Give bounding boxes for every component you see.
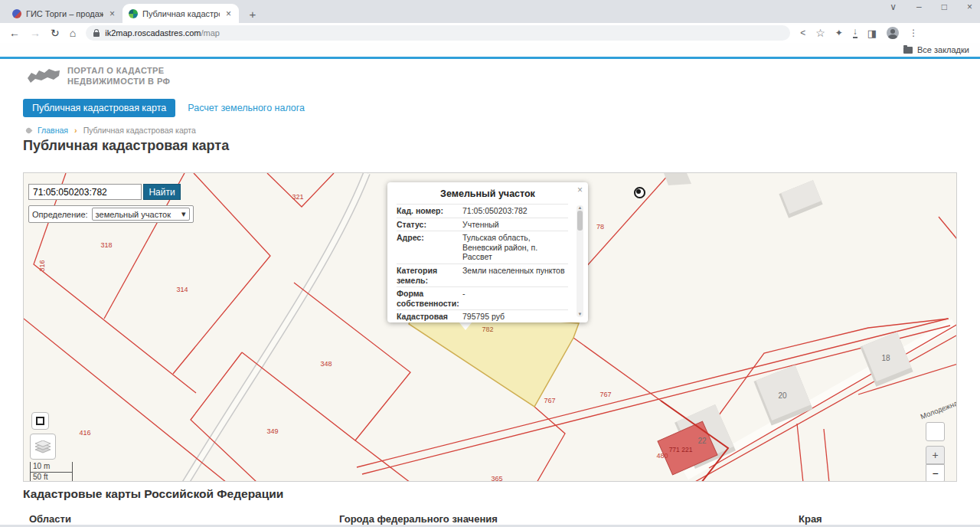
find-button[interactable]: Найти (143, 184, 181, 200)
map-label: 782 (482, 326, 493, 333)
share-icon[interactable]: < (800, 28, 805, 38)
url-text: ik2map.roscadastres.com/map (105, 28, 220, 38)
breadcrumb-separator: › (74, 126, 77, 135)
browser-toolbar: ← → ↻ ⌂ ik2map.roscadastres.com/map < ☆ … (0, 23, 980, 43)
popup-row: Категория земель:Земли населенных пункто… (397, 264, 568, 286)
row-value: Земли населенных пунктов (462, 266, 568, 285)
reload-icon[interactable]: ↻ (51, 28, 60, 38)
breadcrumb: Главная › Публичная кадастровая карта (26, 126, 196, 135)
address-bar[interactable]: ik2map.roscadastres.com/map (86, 25, 790, 41)
row-label: Категория земель: (397, 266, 462, 285)
map-label: 22 (697, 437, 706, 445)
popup-rows: Кад. номер:71:05:050203:782Статус:Учтенн… (387, 204, 588, 322)
scroll-up-icon[interactable]: ▲ (578, 205, 583, 210)
footer-column-header: Области (29, 513, 71, 525)
window-maximize-icon[interactable]: □ (942, 2, 947, 12)
row-value: - (462, 289, 568, 308)
site-logo-text: ПОРТАЛ О КАДАСТРЕ НЕДВИЖИМОСТИ В РФ (67, 66, 170, 87)
scale-feet: 50 ft (30, 473, 73, 482)
row-label: Форма собственности: (397, 289, 462, 308)
home-icon[interactable]: ⌂ (70, 28, 76, 38)
breadcrumb-current: Публичная кадастровая карта (83, 126, 196, 135)
back-icon[interactable]: ← (9, 28, 20, 38)
row-label: Адрес: (397, 233, 462, 262)
map-label: 316 (38, 260, 46, 271)
popup-row: Форма собственности:- (397, 286, 568, 309)
fullscreen-icon (36, 417, 44, 425)
window-menu-icon[interactable]: ∨ (890, 2, 897, 12)
browser-tab[interactable]: Публичная кадастровая ка× (122, 4, 239, 23)
locate-icon[interactable] (634, 187, 645, 198)
tab-title: ГИС Торги – продажи госуд (26, 9, 103, 18)
map-label: 78 (596, 223, 604, 231)
map-label: 314 (176, 286, 188, 293)
breadcrumb-home[interactable]: Главная (38, 126, 68, 135)
tab-public-cadastral-map[interactable]: Публичная кадастровая карта (23, 99, 175, 117)
main-nav: Публичная кадастровая карта Расчет земел… (23, 99, 305, 117)
layers-button[interactable] (30, 434, 56, 460)
window-controls: ∨ – □ × (890, 2, 972, 12)
map-label: 365 (491, 475, 502, 482)
map-label: 18 (881, 354, 890, 362)
site-logo[interactable]: ПОРТАЛ О КАДАСТРЕ НЕДВИЖИМОСТИ В РФ (26, 66, 170, 87)
russia-map-icon (26, 66, 61, 87)
tab-close-icon[interactable]: × (108, 8, 116, 19)
browser-tab-strip: ГИС Торги – продажи госуд×Публичная када… (0, 0, 980, 23)
downloads-icon[interactable]: ↓ (853, 28, 858, 38)
window-close-icon[interactable]: × (967, 2, 972, 12)
footer-column-header: Края (799, 513, 822, 525)
lock-icon (93, 32, 100, 37)
building-small-topright (779, 180, 822, 218)
parcel-info-popup: Земельный участок × Кад. номер:71:05:050… (387, 182, 588, 322)
map-label: 321 (292, 193, 303, 201)
popup-scrollbar[interactable]: ▲ ▼ (577, 205, 583, 317)
browser-tab[interactable]: ГИС Торги – продажи госуд× (6, 4, 122, 23)
tab-land-tax-calc[interactable]: Расчет земельного налога (188, 103, 305, 113)
scale-meters: 10 m (30, 462, 73, 473)
definition-select[interactable]: земельный участок ▾ (92, 208, 190, 221)
fullscreen-button[interactable] (31, 412, 49, 430)
tab-container: ГИС Торги – продажи госуд×Публичная када… (6, 4, 239, 23)
definition-label: Определение: (32, 210, 88, 219)
new-tab-button[interactable]: + (243, 5, 262, 23)
tab-title: Публичная кадастровая ка (142, 9, 220, 18)
scroll-thumb[interactable] (577, 211, 583, 231)
layers-icon (35, 440, 51, 453)
popup-close-icon[interactable]: × (577, 185, 583, 195)
accent-strip (0, 57, 980, 59)
forward-icon: → (30, 28, 41, 38)
toolbar-right-icons: < ☆ ✦ ↓ ◨ ⋮ (800, 27, 918, 39)
pkk-favicon (129, 9, 138, 18)
footer-heading: Кадастровые карты Российской Федерации (23, 487, 283, 501)
map-label: 767 (599, 391, 611, 398)
bookmark-star-icon[interactable]: ☆ (815, 27, 825, 39)
sidebar-icon[interactable]: ◨ (867, 28, 877, 39)
map-label: 20 (778, 391, 786, 400)
zoom-in-button[interactable]: + (926, 446, 945, 464)
footer-column-header: Города федерального значения (339, 513, 498, 525)
map-extra-button[interactable] (926, 422, 945, 441)
map-label: 348 (320, 360, 332, 368)
folder-icon (903, 47, 913, 54)
selected-parcel-782 (409, 311, 579, 407)
row-value: 71:05:050203:782 (462, 206, 568, 216)
row-value: Учтенный (462, 220, 568, 230)
row-label: Статус: (397, 220, 462, 230)
profile-avatar[interactable] (887, 27, 899, 39)
window-minimize-icon[interactable]: – (916, 2, 922, 12)
zoom-out-button[interactable]: − (926, 464, 945, 482)
popup-row: Статус:Учтенный (397, 218, 568, 231)
cadastral-number-input[interactable] (28, 184, 142, 200)
tab-close-icon[interactable]: × (224, 8, 233, 19)
map-scale: 10 m 50 ft (30, 462, 73, 482)
definition-control: Определение: земельный участок ▾ (28, 205, 194, 223)
site-page: ПОРТАЛ О КАДАСТРЕ НЕДВИЖИМОСТИ В РФ Публ… (0, 57, 980, 525)
popup-row: Кад. номер:71:05:050203:782 (397, 204, 568, 218)
scroll-down-icon[interactable]: ▼ (577, 312, 583, 316)
all-bookmarks-label[interactable]: Все закладки (917, 45, 969, 54)
extensions-icon[interactable]: ✦ (835, 28, 843, 38)
menu-kebab-icon[interactable]: ⋮ (909, 28, 918, 38)
row-value: 795795 руб (462, 312, 568, 322)
cadastral-map[interactable]: 3163183143213483494163657677677878248018… (23, 172, 957, 482)
row-value: Тульская область, Веневский район, п. Ра… (462, 233, 568, 262)
